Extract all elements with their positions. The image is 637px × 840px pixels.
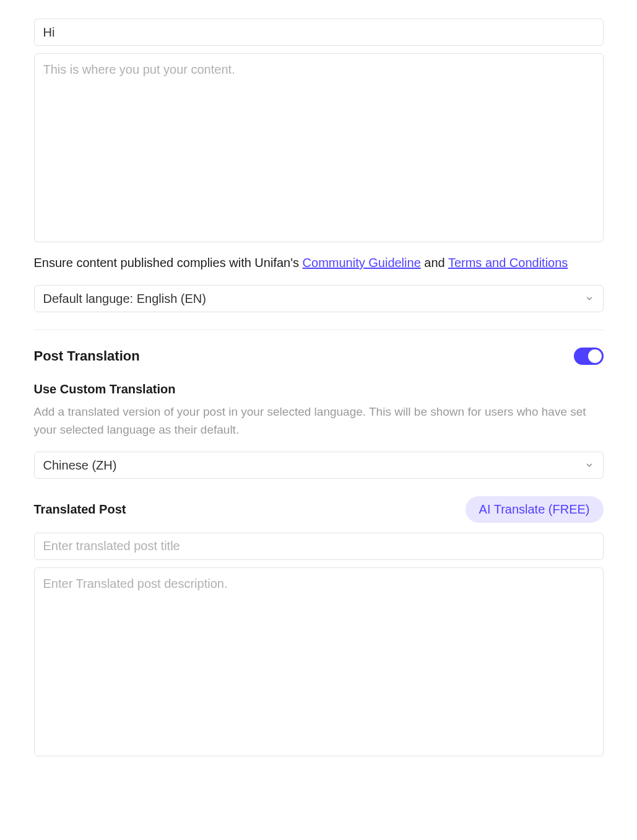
terms-conditions-link[interactable]: Terms and Conditions — [448, 256, 568, 269]
translation-language-select[interactable]: Chinese (ZH) — [34, 452, 604, 479]
compliance-joiner: and — [421, 256, 448, 269]
translated-post-header: Translated Post AI Translate (FREE) — [34, 496, 604, 523]
default-language-select-wrapper: Default languge: English (EN) — [34, 285, 604, 312]
translated-title-input[interactable] — [34, 533, 604, 560]
ai-translate-button[interactable]: AI Translate (FREE) — [466, 496, 604, 523]
custom-translation-help: Add a translated version of your post in… — [34, 403, 604, 439]
section-divider — [34, 330, 604, 330]
compliance-notice: Ensure content published complies with U… — [34, 254, 604, 271]
default-language-select[interactable]: Default languge: English (EN) — [34, 285, 604, 312]
translated-post-label: Translated Post — [34, 502, 126, 517]
toggle-knob — [588, 349, 602, 363]
custom-translation-title: Use Custom Translation — [34, 382, 604, 396]
post-title-input[interactable] — [34, 19, 604, 46]
compliance-prefix: Ensure content published complies with U… — [34, 256, 303, 269]
translation-language-select-wrapper: Chinese (ZH) — [34, 452, 604, 479]
translated-description-textarea[interactable] — [34, 567, 604, 756]
community-guideline-link[interactable]: Community Guideline — [303, 256, 421, 269]
post-translation-header: Post Translation — [34, 348, 604, 365]
post-translation-title: Post Translation — [34, 348, 140, 364]
post-translation-toggle[interactable] — [574, 348, 604, 365]
post-content-textarea[interactable] — [34, 53, 604, 242]
